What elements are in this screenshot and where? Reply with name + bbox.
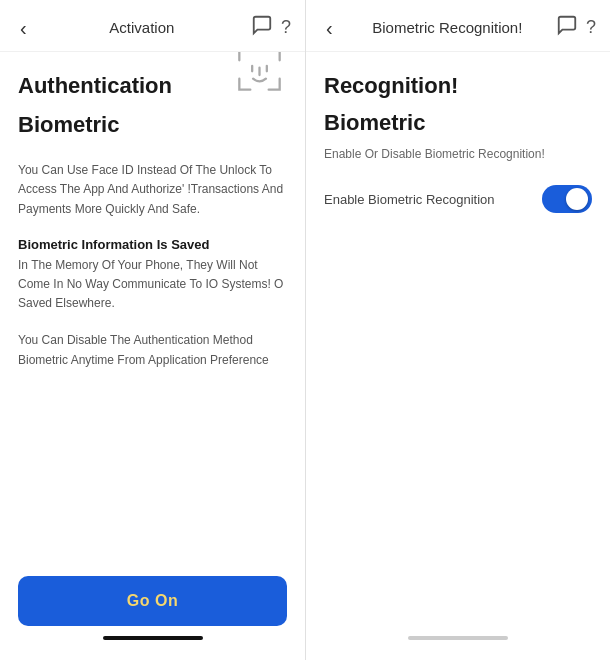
left-indicator-bar <box>103 636 203 640</box>
right-help-icon[interactable]: ? <box>586 17 596 38</box>
toggle-row: Enable Biometric Recognition <box>324 185 592 213</box>
left-footer: Go On <box>0 566 305 660</box>
toggle-label: Enable Biometric Recognition <box>324 192 495 207</box>
left-help-icon[interactable]: ? <box>281 17 291 38</box>
right-heading-line2: Biometric <box>324 109 592 138</box>
go-on-button[interactable]: Go On <box>18 576 287 626</box>
toggle-track <box>542 185 592 213</box>
right-content: Recognition! Biometric Enable Or Disable… <box>306 52 610 616</box>
left-heading: Authentication Biometric <box>18 72 172 149</box>
right-panel: ‹ Biometric Recognition! ? Recognition! … <box>305 0 610 660</box>
left-heading-line1: Authentication <box>18 72 172 101</box>
left-description: You Can Use Face ID Instead Of The Unloc… <box>18 161 287 219</box>
left-info-heading1: Biometric Information Is Saved <box>18 237 287 252</box>
toggle-thumb <box>566 188 588 210</box>
biometric-toggle[interactable] <box>542 185 592 213</box>
right-nav-icons: ? <box>556 14 596 41</box>
left-info-block1: Biometric Information Is Saved In The Me… <box>18 237 287 314</box>
left-panel: ‹ Activation ? Authentication Biometric <box>0 0 305 660</box>
left-back-button[interactable]: ‹ <box>14 16 33 40</box>
left-nav-bar: ‹ Activation ? <box>0 0 305 52</box>
face-id-icon <box>232 52 287 101</box>
right-chat-icon[interactable] <box>556 14 578 41</box>
right-footer <box>306 616 610 660</box>
right-nav-title: Biometric Recognition! <box>345 19 550 36</box>
right-indicator-bar <box>408 636 508 640</box>
right-subtitle: Enable Or Disable Biometric Recognition! <box>324 145 592 163</box>
left-chat-icon[interactable] <box>251 14 273 41</box>
left-content: Authentication Biometric <box>0 52 305 566</box>
left-nav-icons: ? <box>251 14 291 41</box>
right-back-button[interactable]: ‹ <box>320 16 339 40</box>
left-info-text2: You Can Disable The Authentication Metho… <box>18 331 287 369</box>
right-heading-line1: Recognition! <box>324 72 592 101</box>
right-nav-bar: ‹ Biometric Recognition! ? <box>306 0 610 52</box>
left-info-block2: You Can Disable The Authentication Metho… <box>18 331 287 369</box>
left-info-text1: In The Memory Of Your Phone, They Will N… <box>18 256 287 314</box>
left-heading-line2: Biometric <box>18 111 172 140</box>
left-nav-title: Activation <box>39 19 245 36</box>
